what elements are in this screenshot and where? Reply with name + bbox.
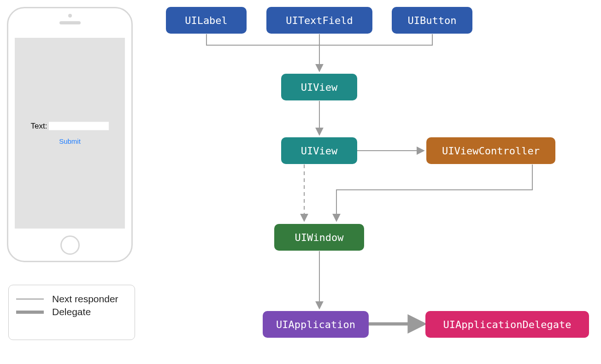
legend-next-label: Next responder	[52, 294, 118, 305]
node-uiapplication: UIApplication	[263, 311, 369, 338]
node-uibutton: UIButton	[392, 7, 472, 34]
home-button[interactable]	[60, 235, 80, 255]
legend-delegate-label: Delegate	[52, 306, 91, 317]
text-field[interactable]	[49, 122, 109, 130]
legend-row-next: Next responder	[16, 294, 127, 305]
legend-thin-line-icon	[16, 299, 44, 299]
node-uiview-1: UIView	[281, 74, 357, 100]
submit-button[interactable]: Submit	[31, 137, 109, 145]
phone-form: Text: Submit	[31, 122, 109, 145]
text-label: Text:	[31, 122, 47, 131]
legend-thick-line-icon	[16, 311, 44, 314]
node-uiviewcontroller: UIViewController	[426, 137, 555, 164]
phone-screen: Text: Submit	[15, 38, 125, 229]
node-uiwindow: UIWindow	[274, 224, 364, 251]
node-uiview-2: UIView	[281, 137, 357, 164]
phone-mockup: Text: Submit	[7, 7, 133, 262]
node-uitextfield: UITextField	[266, 7, 372, 34]
node-uilabel: UILabel	[166, 7, 247, 34]
node-uiapplicationdelegate: UIApplicationDelegate	[425, 311, 589, 338]
legend-row-delegate: Delegate	[16, 306, 127, 317]
legend: Next responder Delegate	[8, 285, 135, 340]
phone-speaker	[59, 21, 81, 24]
phone-camera-dot	[68, 14, 72, 18]
phone-form-row: Text:	[31, 122, 109, 131]
